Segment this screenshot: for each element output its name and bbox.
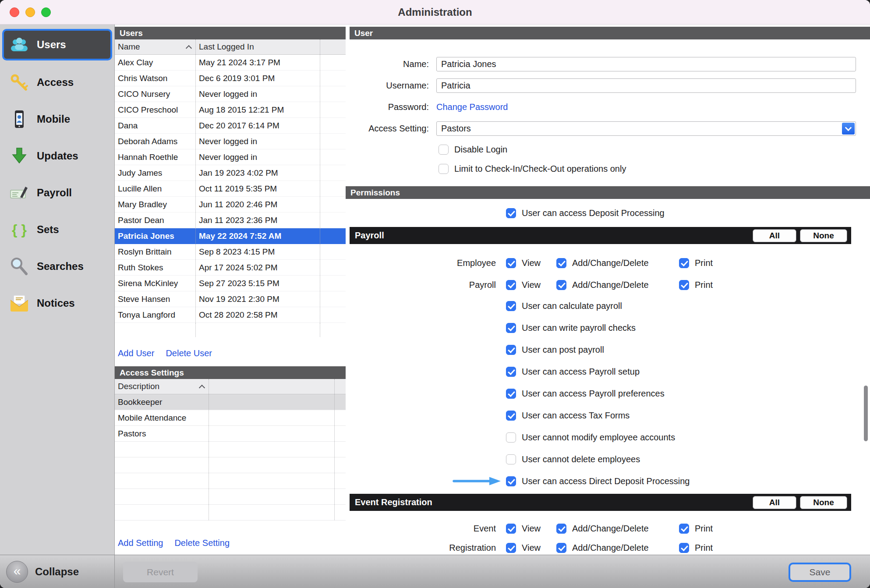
sidebar-item-searches[interactable]: Searches (0, 248, 114, 285)
event-registration-section-bar: Event Registration All None (350, 494, 851, 511)
username-field[interactable] (436, 78, 856, 93)
sidebar-item-label: Access (37, 76, 74, 89)
administration-window: Administration Users (0, 0, 870, 588)
add-user-link[interactable]: Add User (118, 348, 154, 358)
permission-option-row: User can write payroll checks (346, 321, 870, 334)
user-row[interactable]: DanaDec 20 2017 6:14 PM (115, 118, 346, 134)
user-row[interactable]: Chris WatsonDec 6 2019 3:01 PM (115, 71, 346, 86)
access-setting-row[interactable]: Pastors (115, 426, 346, 442)
sidebar-item-label: Mobile (37, 113, 70, 125)
option-checkbox[interactable] (506, 411, 516, 421)
option-checkbox[interactable] (506, 367, 516, 377)
empty-row (115, 489, 346, 505)
user-row[interactable]: Steve HansenNov 19 2021 2:30 PM (115, 291, 346, 307)
access-settings-table-header: Description (115, 379, 346, 394)
view-checkbox[interactable] (506, 258, 516, 268)
add-change-delete-checkbox[interactable] (556, 524, 566, 534)
sidebar-item-sets[interactable]: { } Sets (0, 211, 114, 248)
option-checkbox[interactable] (506, 323, 516, 333)
name-label: Name: (346, 59, 429, 69)
svg-text:{ }: { } (12, 222, 27, 237)
sidebar-item-notices[interactable]: Notices (0, 285, 114, 322)
name-field[interactable] (436, 57, 856, 71)
permission-option-row: User cannot modify employee accounts (346, 431, 870, 444)
delete-setting-link[interactable]: Delete Setting (174, 538, 230, 548)
event-matrix: Event View Add/Change/Delete Print Regis… (346, 521, 870, 555)
view-checkbox[interactable] (506, 524, 516, 534)
user-row[interactable]: Mary BradleyJun 11 2020 2:46 PM (115, 197, 346, 213)
sidebar-item-users[interactable]: Users (2, 29, 112, 60)
sidebar-item-updates[interactable]: Updates (0, 138, 114, 174)
change-password-link[interactable]: Change Password (436, 102, 508, 112)
user-row-selected[interactable]: Patricia JonesMay 22 2024 7:52 AM (115, 228, 346, 244)
user-row[interactable]: CICO NurseryNever logged in (115, 86, 346, 102)
add-setting-link[interactable]: Add Setting (118, 538, 163, 548)
column-header-last-logged-in[interactable]: Last Logged In (196, 39, 320, 54)
permission-option-row: User can post payroll (346, 343, 870, 356)
add-change-delete-checkbox[interactable] (556, 543, 566, 553)
option-checkbox[interactable] (506, 454, 516, 464)
vertical-scrollbar-thumb[interactable] (864, 386, 868, 441)
user-row[interactable]: Roslyn BrittainSep 8 2023 4:15 PM (115, 244, 346, 260)
user-row[interactable]: CICO PreschoolAug 18 2015 12:21 PM (115, 102, 346, 118)
user-row[interactable]: Sirena McKinleySep 27 2023 5:15 PM (115, 276, 346, 291)
option-checkbox[interactable] (506, 345, 516, 355)
print-checkbox[interactable] (679, 543, 689, 553)
delete-user-link[interactable]: Delete User (166, 348, 212, 358)
check-pen-icon (10, 183, 29, 202)
user-row[interactable]: Deborah AdamsNever logged in (115, 134, 346, 149)
envelope-icon (10, 294, 29, 313)
users-icon (10, 35, 29, 54)
braces-icon: { } (10, 220, 29, 239)
option-checkbox[interactable] (506, 432, 516, 443)
key-icon (10, 73, 29, 92)
option-checkbox[interactable] (506, 389, 516, 399)
sidebar-item-mobile[interactable]: Mobile (0, 101, 114, 138)
dropdown-button[interactable] (842, 123, 855, 135)
add-change-delete-checkbox[interactable] (556, 280, 566, 290)
user-row[interactable]: Hannah RoethleNever logged in (115, 149, 346, 165)
column-header-description[interactable]: Description (115, 379, 209, 394)
print-checkbox[interactable] (679, 280, 689, 290)
access-setting-row[interactable]: Mobile Attendance (115, 410, 346, 426)
view-checkbox[interactable] (506, 543, 516, 553)
username-label: Username: (346, 81, 429, 91)
collapse-label: Collapse (35, 566, 79, 578)
option-checkbox[interactable] (506, 301, 516, 311)
user-row[interactable]: Judy JamesJan 19 2023 4:02 PM (115, 165, 346, 181)
column-header-name[interactable]: Name (115, 39, 196, 54)
sidebar-item-access[interactable]: Access (0, 64, 114, 101)
access-setting-row[interactable]: Bookkeeper (115, 394, 346, 410)
view-checkbox[interactable] (506, 280, 516, 290)
save-button[interactable]: Save (789, 563, 851, 582)
access-setting-dropdown[interactable]: Pastors (436, 121, 856, 136)
disable-login-checkbox[interactable] (439, 145, 449, 155)
print-checkbox[interactable] (679, 258, 689, 268)
user-detail-panel: User Name: Username: Password: Change Pa… (346, 25, 870, 555)
collapse-sidebar-button[interactable]: « Collapse (0, 555, 115, 588)
print-checkbox[interactable] (679, 524, 689, 534)
sidebar-item-label: Updates (37, 150, 78, 162)
user-row[interactable]: Tonya LangfordOct 28 2020 2:58 PM (115, 307, 346, 323)
sort-ascending-icon (199, 385, 205, 391)
sidebar-item-payroll[interactable]: Payroll (0, 174, 114, 211)
event-all-button[interactable]: All (753, 496, 796, 509)
limit-checkin-checkbox[interactable] (439, 164, 449, 174)
event-none-button[interactable]: None (800, 496, 847, 509)
permission-option-row: User can access Payroll preferences (346, 387, 870, 400)
permission-matrix-row: Employee View Add/Change/Delete Print (346, 254, 870, 272)
payroll-matrix: Employee View Add/Change/Delete Print Pa… (346, 254, 870, 294)
direct-deposit-checkbox[interactable] (506, 476, 516, 486)
user-row[interactable]: Pastor DeanJan 11 2023 2:36 PM (115, 213, 346, 228)
payroll-options: User can calculate payroll User can writ… (346, 299, 870, 488)
user-row[interactable]: Ruth StokesApr 17 2024 5:02 PM (115, 260, 346, 276)
payroll-all-button[interactable]: All (753, 229, 796, 242)
users-table-header: Name Last Logged In (115, 39, 346, 55)
add-change-delete-checkbox[interactable] (556, 258, 566, 268)
permission-option-row: User can calculate payroll (346, 299, 870, 312)
payroll-none-button[interactable]: None (800, 229, 847, 242)
deposit-processing-checkbox[interactable] (506, 208, 516, 218)
user-row[interactable]: Alex ClayMay 21 2024 3:17 PM (115, 55, 346, 71)
user-row[interactable]: Lucille AllenOct 11 2019 5:35 PM (115, 181, 346, 197)
revert-button[interactable]: Revert (123, 562, 198, 582)
